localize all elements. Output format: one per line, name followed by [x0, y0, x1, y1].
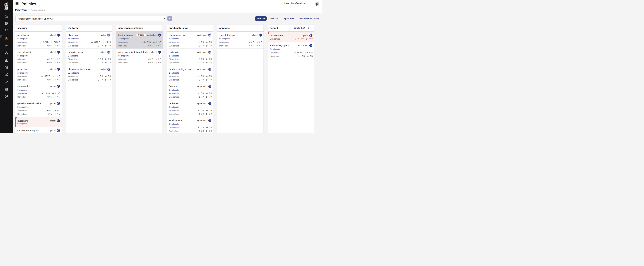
svg-text:?: ?	[308, 27, 308, 29]
